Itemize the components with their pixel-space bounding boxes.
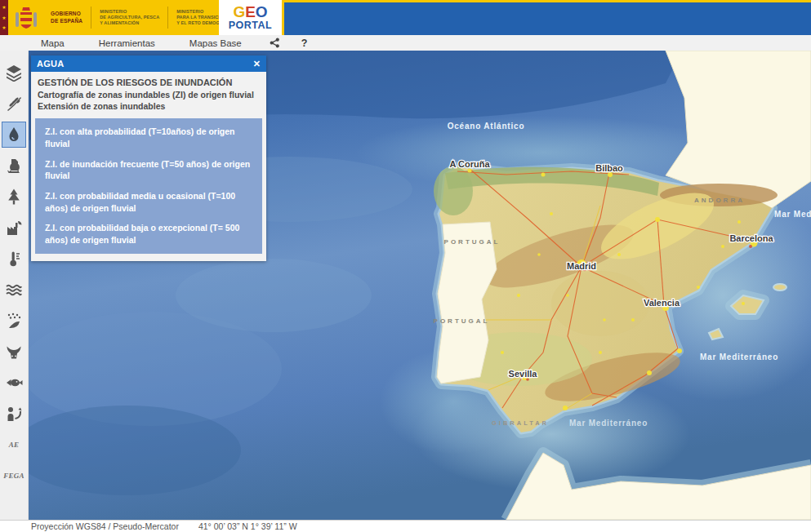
label-oceano-atlantico: Océano Atlántico [448,122,525,131]
app-header: ★★★ GOBIERNO DE ESPAÑA MINISTERIO DE AGR… [0,0,811,35]
menu-bar: Mapa Herramientas Mapas Base ? [0,35,811,51]
status-bar: Proyección WGS84 / Pseudo-Mercator 41° 0… [0,520,811,532]
menu-item-mapas-base[interactable]: Mapas Base [188,38,243,48]
label-barcelona: Barcelona [729,233,773,243]
sidebar-item-ae[interactable]: AE [2,429,26,460]
sidebar-item-agriculture[interactable] [2,88,26,119]
label-andorra: ANDORRA [694,197,745,204]
close-icon[interactable]: ✕ [253,59,261,69]
ministry-agriculture-label: MINISTERIO DE AGRICULTURA, PESCA Y ALIME… [93,0,166,35]
layer-item-t50[interactable]: Z.I. de inundación frecuente (T=50 años)… [35,154,262,186]
sidebar-item-fega[interactable]: FEGA [2,460,26,491]
label-gibraltar: GIBRALTAR [492,419,549,427]
panel-subtitle-1: Cartografía de zonas inundables (ZI) de … [38,89,260,100]
sidebar-item-irrigation[interactable] [2,305,26,336]
label-sevilla: Sevilla [509,369,538,379]
header-divider [167,7,168,29]
agua-panel-body: GESTIÓN DE LOS RIESGOS DE INUNDACIÓN Car… [31,72,266,115]
sidebar-item-food-products[interactable] [2,150,26,181]
label-valencia: Valencia [644,298,680,308]
label-mar-mediterraneo: Mar Mediterráneo [700,352,778,361]
geoportal-logo-geo: GEO [233,4,267,20]
menorca-island [773,284,786,290]
layer-item-t100[interactable]: Z.I. con probabilidad media u ocasional … [35,186,262,218]
projection-label: Proyección WGS84 / Pseudo-Mercator [31,521,179,531]
header-divider [91,7,91,29]
flood-layer-list: Z.I. con alta probabilidad (T=10años) de… [35,118,262,254]
label-bilbao: Bilbao [595,163,623,173]
label-mar-mediterraneo: Mar Mediterráneo [569,419,648,428]
sidebar-item-rural-development[interactable] [2,398,26,429]
sidebar-item-water[interactable] [2,122,26,148]
sidebar-item-sea-waters[interactable] [2,274,26,305]
sidebar-item-livestock[interactable] [2,336,26,367]
sidebar-item-forestry[interactable] [2,181,26,212]
panel-title: AGUA [37,59,65,69]
flag-stars-strip: ★★★ [0,0,8,35]
share-icon[interactable] [270,38,280,48]
header-blue-banner [284,2,811,35]
help-icon[interactable]: ? [301,38,308,49]
label-mar-mediterraneo: Mar Mediterráneo [774,210,811,219]
label-portugal: PORTUGAL [444,238,501,246]
geoportal-app: ★★★ GOBIERNO DE ESPAÑA MINISTERIO DE AGR… [0,0,811,532]
cursor-coordinates: 41° 00’ 03” N 1° 39’ 11” W [198,521,297,531]
fega-text-icon: FEGA [3,472,25,480]
menu-item-herramientas[interactable]: Herramientas [97,38,157,48]
label-portugal: PORTUGAL [434,317,490,325]
label-madrid: Madrid [567,261,596,271]
ae-text-icon: AE [9,441,20,449]
layer-item-t500[interactable]: Z.I. con probabilidad baja o excepcional… [35,218,262,250]
geoportal-logo[interactable]: GEO PORTAL [219,0,282,35]
agua-panel: AGUA ✕ GESTIÓN DE LOS RIESGOS DE INUNDAC… [31,55,266,261]
geoportal-logo-portal: PORTAL [229,20,272,31]
panel-section-title: GESTIÓN DE LOS RIESGOS DE INUNDACIÓN [38,77,260,89]
sidebar-item-climate[interactable] [2,243,26,274]
layer-item-t10[interactable]: Z.I. con alta probabilidad (T=10años) de… [35,122,262,153]
sidebar-item-agro-industry[interactable] [2,212,26,243]
spain-coat-of-arms-icon [8,0,44,35]
panel-subtitle-2: Extensión de zonas inundables [38,100,260,112]
label-a-coruna: A Coruña [449,159,490,169]
theme-sidebar: AE FEGA [0,51,29,520]
agua-panel-header: AGUA ✕ [31,55,266,72]
menu-item-mapa[interactable]: Mapa [39,38,66,48]
sidebar-item-layers[interactable] [2,57,26,88]
sidebar-item-fisheries[interactable] [2,367,26,398]
government-label: GOBIERNO DE ESPAÑA [44,0,89,35]
